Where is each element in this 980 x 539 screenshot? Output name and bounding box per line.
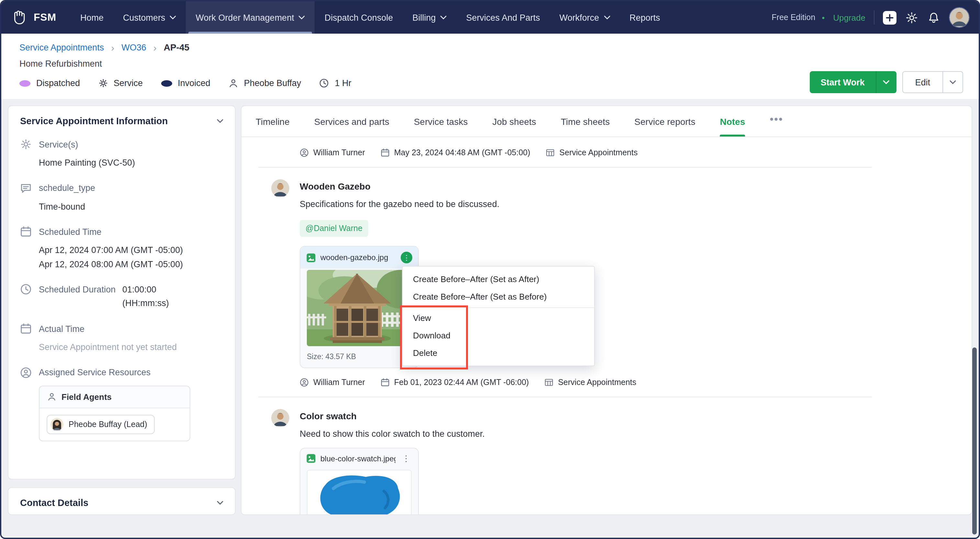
schedule-type-icon (20, 182, 32, 194)
module-grid-icon (544, 378, 554, 387)
assignee-label: Pheobe Buffay (244, 78, 301, 88)
note-timestamp: Feb 01, 2023 02:44 AM (GMT -06:00) (380, 378, 529, 387)
actual-time-field: Actual Time Service Appointment not yet … (20, 323, 223, 354)
services-value: Home Painting (SVC-50) (39, 156, 223, 170)
category-label: Service (114, 78, 143, 88)
note-author: William Turner (300, 148, 365, 157)
assignee-badge: Pheobe Buffay (229, 78, 301, 88)
work-order-subtitle: Home Refurbishment (19, 59, 961, 68)
menu-item-set-as-after[interactable]: Create Before–After (Set as After) (402, 270, 594, 288)
note-author-avatar (271, 179, 290, 197)
attachment-context-menu: Create Before–After (Set as After) Creat… (402, 266, 595, 366)
agent-avatar (51, 418, 64, 431)
invoiced-dot-icon (161, 80, 172, 86)
note-title: Wooden Gazebo (300, 179, 872, 192)
start-work-dropdown-button[interactable] (875, 71, 896, 93)
timestamp-text: Feb 01, 2023 02:44 AM (GMT -06:00) (394, 378, 529, 387)
field-agents-body: Pheobe Buffay (Lead) (40, 408, 190, 440)
field-agent-chip[interactable]: Pheobe Buffay (Lead) (47, 415, 155, 434)
upgrade-link[interactable]: Upgrade (833, 13, 865, 22)
breadcrumb-separator-icon: › (153, 42, 157, 52)
header-actions: Start Work Edit (810, 71, 963, 93)
edit-dropdown-button[interactable] (943, 71, 963, 93)
person-icon (229, 78, 238, 88)
calendar-icon (20, 226, 32, 237)
nav-label: Work Order Management (196, 13, 294, 22)
nav-label: Services And Parts (466, 13, 540, 22)
menu-item-delete[interactable]: Delete (402, 344, 594, 362)
duration-label: 1 Hr (335, 78, 351, 88)
nav-item-work-order-management[interactable]: Work Order Management (186, 1, 315, 33)
start-work-button[interactable]: Start Work (810, 71, 875, 93)
more-tabs-icon[interactable]: ••• (770, 113, 783, 130)
nav-item-services-and-parts[interactable]: Services And Parts (457, 1, 550, 33)
breadcrumb-work-order[interactable]: WO36 (121, 42, 146, 52)
record-detail-card: Timeline Services and parts Service task… (241, 105, 972, 515)
nav-item-workforce[interactable]: Workforce (550, 1, 620, 33)
brand[interactable]: FSM (12, 8, 70, 27)
tab-job-sheets[interactable]: Job sheets (492, 106, 536, 137)
services-field: Service(s) Home Painting (SVC-50) (20, 138, 223, 170)
quick-add-button[interactable] (883, 11, 897, 24)
note-divider (258, 397, 872, 397)
breadcrumb: Service Appointments › WO36 › AP-45 (19, 42, 961, 52)
attachment-size: Size: 43.57 KB (300, 346, 418, 367)
person-circle-icon (300, 148, 309, 157)
author-name: William Turner (313, 148, 365, 157)
tab-time-sheets[interactable]: Time sheets (561, 106, 610, 137)
chevron-down-icon (299, 16, 305, 19)
tab-service-reports[interactable]: Service reports (634, 106, 695, 137)
tab-service-tasks[interactable]: Service tasks (414, 106, 468, 137)
settings-gear-icon[interactable] (905, 11, 918, 24)
collapse-chevron-icon[interactable] (217, 119, 223, 123)
nav-item-reports[interactable]: Reports (620, 1, 670, 33)
clock-icon (319, 78, 329, 88)
tab-timeline[interactable]: Timeline (256, 106, 290, 137)
assigned-resources-icon (20, 367, 32, 378)
notes-list: William Turner May 23, 2024 04:48 AM (GM… (258, 137, 872, 515)
nav-item-dispatch-console[interactable]: Dispatch Console (315, 1, 403, 33)
nav-item-customers[interactable]: Customers (113, 1, 186, 33)
tab-bar: Timeline Services and parts Service task… (242, 106, 972, 137)
attachment-menu-button[interactable]: ⋮ (400, 454, 412, 463)
attachment-thumbnail-gazebo[interactable] (307, 270, 412, 346)
attachment-menu-button[interactable]: ⋮ (401, 252, 412, 263)
tab-notes[interactable]: Notes (720, 106, 745, 137)
person-circle-icon (300, 378, 309, 387)
field-agent-name: Pheobe Buffay (Lead) (68, 420, 147, 429)
duration-value: 01:00:00 (123, 284, 169, 297)
edit-button[interactable]: Edit (902, 71, 943, 93)
attachment-filename: wooden-gazebo.jpg (320, 253, 396, 262)
top-navbar: FSM Home Customers Work Order Management… (1, 1, 979, 33)
billing-status-badge: Invoiced (161, 78, 210, 88)
chevron-down-icon (950, 80, 956, 84)
notifications-bell-icon[interactable] (927, 11, 940, 24)
attachment-thumbnail-swatch[interactable] (307, 470, 412, 515)
menu-item-set-as-before[interactable]: Create Before–After (Set as Before) (402, 288, 594, 305)
breadcrumb-service-appointments[interactable]: Service Appointments (19, 42, 104, 52)
nav-item-billing[interactable]: Billing (402, 1, 457, 33)
mention-chip[interactable]: @Daniel Warne (300, 220, 368, 237)
scheduled-time-start: Apr 12, 2024 07:00 AM (GMT -05:00) (39, 243, 223, 257)
contact-details-card: Contact Details Summary (8, 487, 235, 515)
vertical-scrollbar[interactable] (972, 347, 977, 534)
menu-item-view[interactable]: View (402, 309, 594, 327)
schedule-type-value: Time-bound (39, 200, 223, 213)
menu-item-download[interactable]: Download (402, 327, 594, 344)
scheduled-time-field: Scheduled Time Apr 12, 2024 07:00 AM (GM… (20, 226, 223, 271)
brand-name: FSM (33, 12, 56, 23)
user-avatar[interactable] (949, 7, 970, 28)
service-appointment-info-card: Service Appointment Information Service(… (8, 105, 235, 480)
nav-item-home[interactable]: Home (70, 1, 113, 33)
actual-time-value: Service Appointment not yet started (39, 340, 223, 354)
info-card-title: Service Appointment Information (20, 116, 168, 126)
category-badge: Service (98, 78, 143, 88)
tab-services-and-parts[interactable]: Services and parts (314, 106, 389, 137)
collapse-chevron-icon[interactable] (217, 501, 223, 505)
status-dot-icon (19, 80, 30, 86)
duration-unit: (HH:mm:ss) (123, 297, 169, 311)
note-text: Specifications for the gazebo need to be… (300, 199, 872, 209)
menu-separator (402, 307, 594, 308)
person-icon (47, 393, 56, 402)
note-content: Color swatch Need to show this color swa… (300, 409, 872, 515)
